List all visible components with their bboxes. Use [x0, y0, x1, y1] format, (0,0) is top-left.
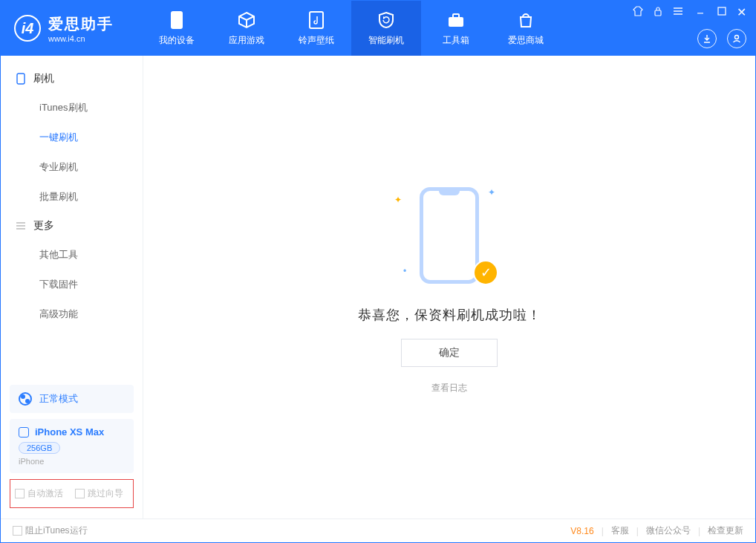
logo-text: 爱思助手 www.i4.cn: [48, 14, 114, 43]
footer-left: 阻止iTunes运行: [13, 524, 88, 537]
version-label: V8.16: [570, 526, 593, 536]
nav-label: 爱思商城: [508, 34, 544, 47]
mode-card[interactable]: 正常模式: [10, 385, 134, 413]
top-nav: 我的设备 应用游戏 铃声壁纸 智能刷机 工具箱 爱思商城: [142, 1, 561, 56]
success-message: 恭喜您，保资料刷机成功啦！: [358, 306, 541, 324]
device-capacity: 256GB: [19, 442, 60, 454]
lock-icon[interactable]: [654, 6, 662, 19]
sparkle-icon: ✦: [394, 195, 402, 205]
list-icon: [16, 221, 26, 231]
checkbox-icon: [75, 489, 85, 498]
phone-outline-icon: [420, 187, 479, 284]
device-type: iPhone: [19, 457, 125, 466]
refresh-shield-icon: [377, 10, 396, 30]
checkbox-label: 阻止iTunes运行: [25, 525, 88, 536]
checkbox-label: 跳过向导: [88, 488, 123, 498]
sidebar-group-title: 刷机: [33, 72, 54, 85]
footer-link-wechat[interactable]: 微信公众号: [646, 524, 691, 537]
separator: |: [636, 526, 639, 536]
sidebar-item-download-firmware[interactable]: 下载固件: [1, 270, 143, 299]
close-button[interactable]: ✕: [737, 5, 746, 19]
ok-button[interactable]: 确定: [401, 339, 498, 367]
shirt-icon[interactable]: [633, 6, 643, 19]
nav-label: 智能刷机: [368, 34, 404, 47]
minimize-button[interactable]: －: [694, 10, 707, 16]
window-controls: － ✕: [633, 5, 746, 19]
svg-point-8: [735, 36, 739, 39]
nav-label: 我的设备: [159, 34, 195, 47]
checkbox-skip-guide[interactable]: 跳过向导: [75, 487, 123, 500]
sidebar-item-pro-flash[interactable]: 专业刷机: [1, 152, 143, 182]
nav-toolbox[interactable]: 工具箱: [421, 1, 491, 56]
sidebar-item-advanced[interactable]: 高级功能: [1, 299, 143, 329]
nav-label: 应用游戏: [229, 34, 264, 47]
checkbox-icon: [15, 489, 25, 498]
logo-icon: i4: [14, 15, 41, 42]
phone-small-icon: [19, 427, 29, 438]
footer-link-support[interactable]: 客服: [611, 524, 629, 537]
toolbox-icon: [446, 10, 466, 30]
sidebar-item-other-tools[interactable]: 其他工具: [1, 240, 143, 270]
main-content: ✦ ✦ • ✓ 恭喜您，保资料刷机成功啦！ 确定 查看日志: [143, 56, 755, 518]
device-name-row: iPhone XS Max: [19, 426, 125, 438]
device-icon: [167, 10, 186, 30]
svg-rect-5: [453, 14, 459, 18]
footer-right: V8.16 | 客服 | 微信公众号 | 检查更新: [570, 524, 743, 537]
app-url: www.i4.cn: [48, 34, 114, 43]
sidebar-scroll: 刷机 iTunes刷机 一键刷机 专业刷机 批量刷机 更多 其他工具 下载固件 …: [1, 56, 143, 385]
nav-ringtones[interactable]: 铃声壁纸: [281, 1, 351, 56]
sidebar: 刷机 iTunes刷机 一键刷机 专业刷机 批量刷机 更多 其他工具 下载固件 …: [1, 56, 143, 518]
svg-rect-9: [17, 74, 25, 84]
header-right: － ✕: [633, 1, 746, 56]
sidebar-item-itunes-flash[interactable]: iTunes刷机: [1, 93, 143, 123]
checkbox-label: 自动激活: [27, 488, 63, 498]
checkbox-auto-activate[interactable]: 自动激活: [15, 487, 63, 500]
nav-my-device[interactable]: 我的设备: [142, 1, 212, 56]
separator: |: [602, 526, 604, 536]
nav-flash[interactable]: 智能刷机: [351, 1, 421, 56]
check-badge-icon: ✓: [473, 260, 498, 285]
app-name: 爱思助手: [48, 14, 114, 34]
device-card[interactable]: iPhone XS Max 256GB iPhone: [10, 419, 134, 473]
sidebar-item-batch-flash[interactable]: 批量刷机: [1, 182, 143, 212]
footer-link-update[interactable]: 检查更新: [708, 524, 743, 537]
bag-icon: [516, 10, 535, 30]
view-log-link[interactable]: 查看日志: [431, 382, 467, 394]
checkbox-icon: [13, 526, 22, 536]
user-button[interactable]: [727, 29, 746, 48]
mode-label: 正常模式: [39, 392, 78, 406]
separator: |: [698, 526, 700, 536]
nav-apps-games[interactable]: 应用游戏: [212, 1, 281, 56]
sparkle-icon: •: [403, 266, 406, 276]
app-window: i4 爱思助手 www.i4.cn 我的设备 应用游戏 铃声壁纸 智能刷机: [0, 0, 756, 543]
sidebar-group-flash: 刷机: [1, 65, 143, 93]
header-circle-buttons: [697, 29, 746, 48]
svg-rect-0: [171, 11, 183, 29]
sidebar-bottom: 正常模式 iPhone XS Max 256GB iPhone 自动激活 跳过向…: [1, 385, 143, 518]
mode-icon: [19, 392, 32, 406]
menu-icon[interactable]: [673, 7, 683, 18]
nav-label: 工具箱: [443, 34, 469, 47]
device-name: iPhone XS Max: [35, 426, 104, 438]
body: 刷机 iTunes刷机 一键刷机 专业刷机 批量刷机 更多 其他工具 下载固件 …: [1, 56, 755, 518]
sidebar-group-more: 更多: [1, 212, 143, 240]
music-file-icon: [307, 10, 326, 30]
sidebar-group-title: 更多: [33, 219, 54, 233]
checkbox-block-itunes[interactable]: 阻止iTunes运行: [13, 524, 88, 537]
maximize-button[interactable]: [717, 7, 726, 18]
nav-store[interactable]: 爱思商城: [491, 1, 561, 56]
phone-icon: [16, 74, 26, 84]
checkbox-row-highlighted: 自动激活 跳过向导: [10, 479, 134, 508]
footer: 阻止iTunes运行 V8.16 | 客服 | 微信公众号 | 检查更新: [1, 518, 755, 542]
svg-rect-6: [655, 10, 661, 16]
sparkle-icon: ✦: [488, 187, 495, 198]
titlebar: i4 爱思助手 www.i4.cn 我的设备 应用游戏 铃声壁纸 智能刷机: [1, 1, 755, 56]
svg-rect-7: [718, 7, 726, 15]
success-illustration: ✦ ✦ • ✓: [382, 180, 516, 291]
nav-label: 铃声壁纸: [299, 34, 334, 47]
svg-rect-2: [310, 12, 323, 28]
logo-area: i4 爱思助手 www.i4.cn: [1, 1, 142, 56]
sidebar-item-one-click-flash[interactable]: 一键刷机: [1, 123, 143, 152]
download-button[interactable]: [697, 29, 717, 48]
cube-icon: [237, 10, 256, 30]
